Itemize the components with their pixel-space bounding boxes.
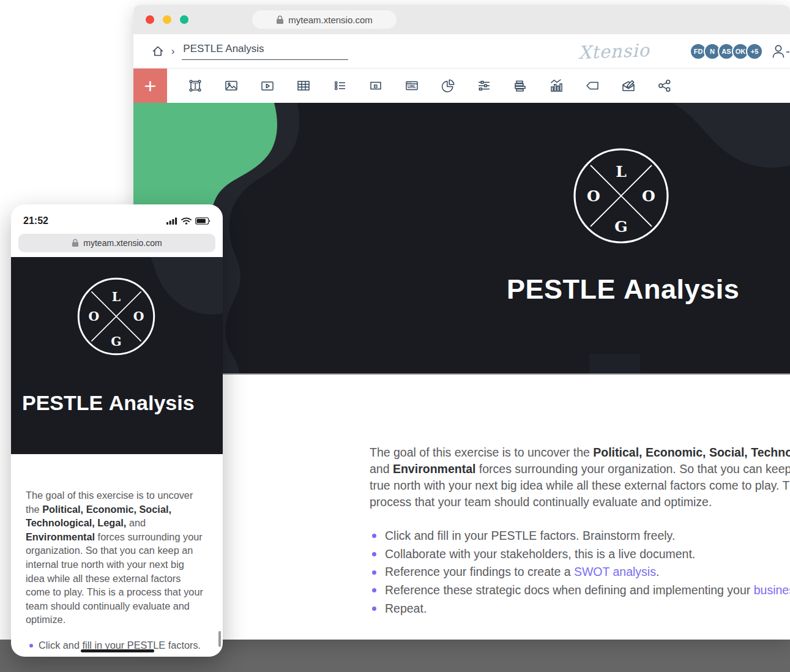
tag-icon[interactable] bbox=[574, 69, 610, 103]
bullet-item: Reference these strategic docs when defi… bbox=[372, 581, 790, 600]
close-window-button[interactable] bbox=[146, 15, 154, 24]
phone-page-title-light: Analysis bbox=[109, 391, 195, 414]
text-link[interactable]: SWOT analysis bbox=[574, 565, 656, 578]
phone-page-title: PESTLE Analysis bbox=[22, 391, 195, 415]
bullet-item: Collaborate with your stakeholders, this… bbox=[372, 545, 790, 564]
bullet-text: Reference these strategic docs when defi… bbox=[385, 581, 790, 600]
signup-form-icon[interactable] bbox=[610, 69, 646, 103]
intro-paragraph[interactable]: The goal of this exercise is to uncover … bbox=[370, 444, 790, 510]
phone-address-bar[interactable]: myteam.xtensio.com bbox=[18, 234, 215, 252]
text-line: The goal of this exercise is to uncover bbox=[26, 488, 215, 502]
xtensio-logo[interactable]: Xtensio bbox=[578, 39, 650, 62]
svg-text:URL: URL bbox=[408, 84, 416, 89]
bullet-dot bbox=[29, 644, 33, 648]
bullet-dot bbox=[372, 570, 376, 575]
text-line: process that your team should continuall… bbox=[370, 494, 790, 510]
text-line: The goal of this exercise is to uncover … bbox=[370, 444, 790, 461]
page-title-light: Analysis bbox=[624, 274, 739, 305]
list-icon[interactable] bbox=[321, 69, 357, 103]
phone-status-bar: 21:52 bbox=[11, 204, 223, 234]
phone-scrollbar-thumb[interactable] bbox=[218, 631, 221, 647]
browser-chrome-bar: myteam.xtensio.com bbox=[133, 5, 790, 34]
phone-intro-paragraph[interactable]: The goal of this exercise is to uncovert… bbox=[26, 488, 215, 627]
text-line: Technological, Legal, and bbox=[26, 516, 215, 530]
text-line: organization. So that you can keep an bbox=[26, 543, 215, 558]
company-logo: L O O G bbox=[76, 277, 156, 356]
logo-letter-bottom: G bbox=[111, 334, 121, 349]
svg-text:T: T bbox=[192, 81, 198, 91]
logo-letter-left: O bbox=[89, 309, 100, 324]
share-icon[interactable] bbox=[646, 69, 682, 103]
phone-mockup: 21:52 myteam.xtensio.com bbox=[11, 204, 223, 657]
logo-letter-right: O bbox=[133, 309, 144, 324]
pie-chart-icon[interactable] bbox=[430, 69, 466, 103]
text-line: optimize. bbox=[26, 613, 215, 627]
intro-bullet-list[interactable]: Click and fill in your PESTLE factors. B… bbox=[372, 527, 790, 618]
text-line: internal true north with your next big bbox=[26, 558, 215, 572]
text-line: come to play. This is a process that you… bbox=[26, 585, 215, 599]
video-icon[interactable] bbox=[249, 69, 285, 103]
bullet-text: Click and fill in your PESTLE factors. B… bbox=[385, 527, 675, 545]
text-line: the Political, Economic, Social, bbox=[26, 502, 215, 517]
bullet-dot bbox=[372, 588, 376, 592]
home-icon[interactable] bbox=[151, 44, 165, 59]
bullet-dot bbox=[372, 534, 376, 538]
battery-icon bbox=[195, 217, 211, 225]
home-indicator[interactable] bbox=[81, 649, 154, 652]
document-header: › Xtensio FDNASOK+5 bbox=[133, 34, 790, 69]
logo-letter-bottom: G bbox=[614, 218, 627, 236]
bullet-item: Click and fill in your PESTLE factors. B… bbox=[372, 527, 790, 545]
image-icon[interactable] bbox=[213, 69, 249, 103]
text-line: true north with your next big idea while… bbox=[370, 477, 790, 494]
bullet-item: Reference your findings to create a SWOT… bbox=[372, 563, 790, 581]
phone-address-url: myteam.xtensio.com bbox=[83, 238, 162, 248]
hero-section: L O O G PESTLE Analysis bbox=[133, 103, 790, 375]
table-icon[interactable] bbox=[285, 69, 321, 103]
avatar[interactable]: +5 bbox=[746, 43, 763, 60]
bar-rows-icon[interactable] bbox=[502, 69, 538, 103]
document-title-input[interactable] bbox=[182, 43, 348, 60]
hero-blob-shapes bbox=[133, 103, 790, 375]
svg-text:B: B bbox=[373, 83, 378, 89]
phone-hero-section: L O O G PESTLE Analysis bbox=[11, 257, 223, 454]
bullet-item: Repeat. bbox=[372, 600, 790, 618]
module-tools: T bbox=[167, 69, 682, 103]
zoom-window-button[interactable] bbox=[180, 15, 188, 24]
account-icon[interactable] bbox=[769, 42, 790, 61]
text-line: and Environmental forces surrounding you… bbox=[370, 461, 790, 477]
text-line: Environmental forces surrounding your bbox=[26, 530, 215, 544]
module-toolbar: + T bbox=[133, 69, 790, 103]
text-line: idea while all these external factors bbox=[26, 572, 215, 586]
wifi-icon bbox=[181, 217, 192, 225]
add-module-button[interactable]: + bbox=[133, 69, 167, 103]
phone-clock: 21:52 bbox=[23, 215, 48, 226]
browser-window: myteam.xtensio.com › Xtensio FDNASOK+5 +… bbox=[133, 5, 790, 640]
chevron-right-icon: › bbox=[171, 46, 174, 57]
logo-letter-top: L bbox=[112, 289, 121, 304]
collaborator-avatars: FDNASOK+5 bbox=[693, 43, 763, 60]
text-icon[interactable]: T bbox=[177, 69, 213, 103]
lock-icon bbox=[276, 15, 284, 24]
logo-letter-left: O bbox=[587, 187, 600, 205]
column-chart-icon[interactable] bbox=[538, 69, 574, 103]
text-link[interactable]: business model bbox=[754, 583, 790, 597]
address-bar[interactable]: myteam.xtensio.com bbox=[252, 10, 397, 29]
minimize-window-button[interactable] bbox=[163, 15, 171, 24]
bullet-dot bbox=[372, 552, 376, 556]
address-url: myteam.xtensio.com bbox=[288, 15, 373, 25]
bullet-text: Repeat. bbox=[385, 600, 427, 618]
button-block-icon[interactable]: B bbox=[357, 69, 393, 103]
phone-status-icons bbox=[166, 217, 211, 225]
signal-icon bbox=[166, 217, 177, 225]
corner-blob-shape bbox=[672, 103, 790, 168]
sliders-icon[interactable] bbox=[466, 69, 502, 103]
bullet-text: Reference your findings to create a SWOT… bbox=[385, 563, 659, 581]
page-title-strong: PESTLE bbox=[507, 274, 616, 305]
logo-letter-right: O bbox=[642, 187, 655, 205]
page-title[interactable]: PESTLE Analysis bbox=[507, 274, 739, 305]
logo-letter-top: L bbox=[616, 163, 627, 181]
phone-page-title-strong: PESTLE bbox=[22, 391, 103, 414]
company-logo[interactable]: L O O G bbox=[572, 147, 670, 245]
url-embed-icon[interactable]: URL bbox=[393, 69, 430, 103]
bullet-dot bbox=[372, 607, 376, 611]
